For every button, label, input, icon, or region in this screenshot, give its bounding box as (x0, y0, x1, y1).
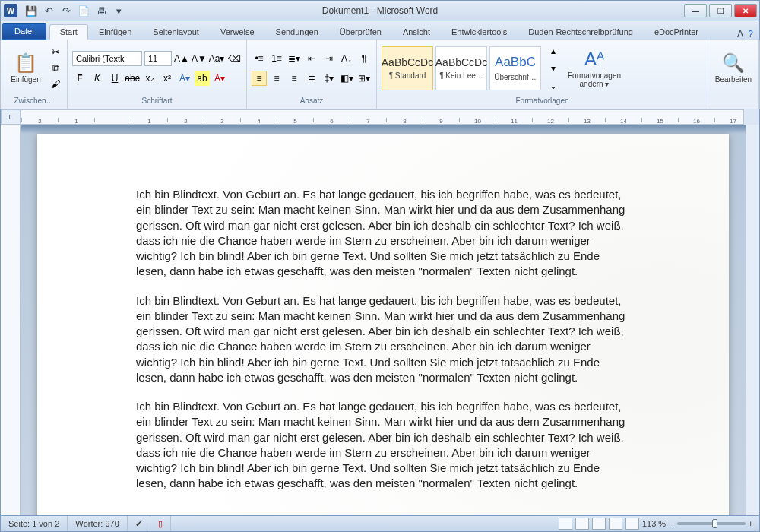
line-spacing-button[interactable]: ‡▾ (321, 71, 337, 86)
group-label: Absatz (247, 97, 376, 109)
group-label: Formatvorlagen (377, 97, 708, 109)
copy-button[interactable]: ⧉ (49, 62, 62, 75)
app-icon: W (4, 4, 17, 17)
ribbon-tabs: Datei Start Einfügen Seitenlayout Verwei… (0, 21, 760, 40)
status-proofing[interactable]: ✔ (128, 516, 150, 531)
ribbon-minimize-icon[interactable]: ᐱ (737, 29, 743, 40)
view-web-layout[interactable] (592, 518, 606, 530)
paragraph[interactable]: Ich bin Blindtext. Von Geburt an. Es hat… (136, 293, 630, 386)
grow-font-button[interactable]: A▲ (174, 51, 189, 66)
cut-button[interactable]: ✂ (49, 46, 62, 59)
format-painter-button[interactable]: 🖌 (49, 78, 62, 91)
clear-format-button[interactable]: ⌫ (226, 51, 242, 66)
tab-developer[interactable]: Entwicklertools (441, 24, 518, 40)
align-center-button[interactable]: ≡ (269, 71, 284, 86)
tab-mailings[interactable]: Sendungen (265, 24, 329, 40)
style-heading1[interactable]: AaBbC Überschrif… (489, 46, 541, 90)
ribbon: 📋 Einfügen ✂ ⧉ 🖌 Zwischen… Calibri (Text… (0, 40, 760, 109)
page[interactable]: Ich bin Blindtext. Von Geburt an. Es hat… (37, 134, 729, 515)
tab-view[interactable]: Ansicht (392, 24, 441, 40)
group-label: Zwischen… (1, 97, 67, 109)
show-marks-button[interactable]: ¶ (356, 51, 372, 66)
maximize-button[interactable]: ❐ (709, 4, 732, 17)
horizontal-ruler-row: L 21 123 456 789 101112 131415 161718 (0, 109, 760, 125)
help-icon[interactable]: ? (748, 29, 753, 40)
view-fullscreen[interactable] (575, 518, 589, 530)
font-size-combo[interactable]: 11 (144, 51, 172, 66)
font-name-combo[interactable]: Calibri (Textk (72, 51, 142, 66)
styles-expand[interactable]: ⌄ (546, 78, 561, 93)
shrink-font-button[interactable]: A▼ (192, 51, 207, 66)
text-effects-button[interactable]: A▾ (177, 71, 192, 86)
style-standard[interactable]: AaBbCcDc ¶ Standard (382, 46, 433, 90)
tab-edocprinter[interactable]: eDocPrinter (644, 24, 709, 40)
tab-references[interactable]: Verweise (210, 24, 265, 40)
shading-button[interactable]: ◧▾ (339, 71, 354, 86)
align-right-button[interactable]: ≡ (287, 71, 302, 86)
save-button[interactable]: 💾 (24, 4, 39, 17)
multilevel-button[interactable]: ≣▾ (287, 51, 302, 66)
zoom-out-button[interactable]: − (669, 519, 673, 528)
paragraph[interactable]: Ich bin Blindtext. Von Geburt an. Es hat… (136, 399, 630, 492)
indent-button[interactable]: ⇥ (321, 51, 337, 66)
close-button[interactable]: ✕ (734, 4, 757, 17)
document-scroll-area[interactable]: Ich bin Blindtext. Von Geburt an. Es hat… (21, 125, 746, 515)
zoom-value[interactable]: 113 % (642, 519, 666, 528)
justify-button[interactable]: ≣ (304, 71, 319, 86)
font-color-button[interactable]: A▾ (212, 71, 227, 86)
borders-button[interactable]: ⊞▾ (356, 71, 372, 86)
group-font: Calibri (Textk 11 A▲ A▼ Aa▾ ⌫ F K U abc … (68, 40, 247, 109)
paste-button[interactable]: 📋 Einfügen (5, 43, 46, 93)
status-words[interactable]: Wörter: 970 (68, 516, 127, 531)
clipboard-icon: 📋 (14, 52, 37, 74)
redo-button[interactable]: ↷ (59, 4, 74, 17)
editing-button[interactable]: 🔍 Bearbeiten (713, 43, 754, 93)
styles-row-up[interactable]: ▴ (546, 43, 561, 59)
status-bar: Seite: 1 von 2 Wörter: 970 ✔ ▯ 113 % − + (0, 515, 760, 532)
underline-button[interactable]: U (107, 71, 122, 86)
ruler-toggle[interactable] (744, 109, 759, 125)
numbering-button[interactable]: 1≡ (269, 51, 284, 66)
tab-duden[interactable]: Duden-Rechtschreibprüfung (518, 24, 644, 40)
group-label (708, 97, 758, 109)
undo-button[interactable]: ↶ (41, 4, 56, 17)
view-outline[interactable] (609, 518, 622, 530)
tab-insert[interactable]: Einfügen (88, 24, 142, 40)
group-styles: AaBbCcDc ¶ Standard AaBbCcDc ¶ Kein Lee…… (377, 40, 708, 109)
vertical-ruler[interactable] (1, 125, 21, 515)
horizontal-ruler[interactable]: 21 123 456 789 101112 131415 161718 (21, 109, 744, 125)
zoom-slider[interactable] (677, 522, 746, 525)
group-editing: 🔍 Bearbeiten (708, 40, 759, 109)
group-clipboard: 📋 Einfügen ✂ ⧉ 🖌 Zwischen… (1, 40, 68, 109)
highlight-button[interactable]: ab (195, 71, 210, 86)
minimize-button[interactable]: — (684, 4, 707, 17)
group-paragraph: •≡ 1≡ ≣▾ ⇤ ⇥ A↓ ¶ ≡ ≡ ≡ ≣ ‡▾ ◧▾ ⊞▾ (247, 40, 377, 109)
tab-file[interactable]: Datei (2, 23, 46, 40)
styles-row-down[interactable]: ▾ (546, 61, 561, 76)
italic-button[interactable]: K (90, 71, 105, 86)
tab-start[interactable]: Start (49, 24, 88, 40)
status-page[interactable]: Seite: 1 von 2 (1, 516, 68, 531)
tab-page-layout[interactable]: Seitenlayout (142, 24, 210, 40)
status-macro[interactable]: ▯ (150, 516, 171, 531)
vertical-scrollbar[interactable] (746, 125, 759, 515)
subscript-button[interactable]: x₂ (142, 71, 157, 86)
zoom-in-button[interactable]: + (749, 519, 753, 528)
tab-review[interactable]: Überprüfen (329, 24, 392, 40)
view-draft[interactable] (625, 518, 639, 530)
sort-button[interactable]: A↓ (339, 51, 354, 66)
change-case-button[interactable]: Aa▾ (209, 51, 224, 66)
bullets-button[interactable]: •≡ (252, 51, 267, 66)
style-no-spacing[interactable]: AaBbCcDc ¶ Kein Lee… (435, 46, 487, 90)
paragraph[interactable]: Ich bin Blindtext. Von Geburt an. Es hat… (136, 187, 630, 280)
outdent-button[interactable]: ⇤ (304, 51, 319, 66)
view-print-layout[interactable] (559, 518, 572, 530)
quick-print-button[interactable]: 🖶 (93, 4, 109, 17)
bold-button[interactable]: F (72, 71, 87, 86)
new-doc-button[interactable]: 📄 (76, 4, 91, 17)
qat-dropdown[interactable]: ▾ (111, 4, 126, 17)
change-styles-button[interactable]: Aᴬ Formatvorlagen ändern ▾ (563, 43, 625, 93)
strikethrough-button[interactable]: abc (125, 71, 140, 86)
align-left-button[interactable]: ≡ (252, 71, 267, 86)
superscript-button[interactable]: x² (160, 71, 175, 86)
